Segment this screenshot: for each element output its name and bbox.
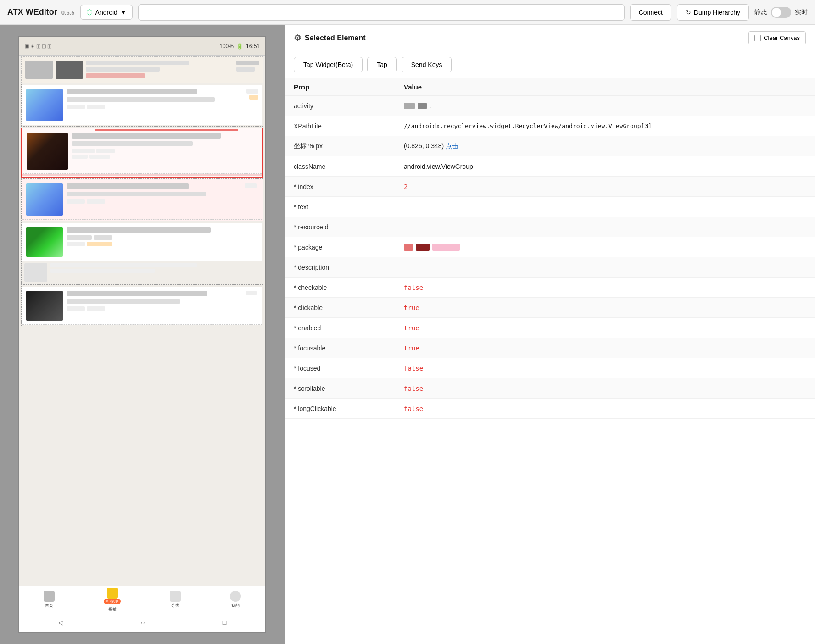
battery-percent: 100% xyxy=(219,43,234,50)
feed-tag-1a xyxy=(67,105,85,109)
prop-value-scrollable: false xyxy=(404,385,806,392)
feed-item-3[interactable] xyxy=(22,180,262,220)
mode-toggle-switch[interactable] xyxy=(771,7,791,18)
prop-row-coordinates: 坐标 % px (0.825, 0.348) 点击 xyxy=(285,136,815,156)
prop-value-longclickable: false xyxy=(404,405,806,412)
prop-row-index: * index 2 xyxy=(285,177,815,197)
device-selector[interactable]: ⬡ Android ▼ xyxy=(80,5,133,20)
prop-key-resourceid: * resourceId xyxy=(294,223,404,231)
back-button[interactable]: ◁ xyxy=(58,619,63,626)
top-thumb-2 xyxy=(56,61,83,79)
prop-row-package: * package xyxy=(285,237,815,257)
prop-row-xpathlite: XPathLite //androidx.recyclerview.widget… xyxy=(285,116,815,136)
static-label: 静态 xyxy=(754,8,767,17)
prop-row-checkable: * checkable false xyxy=(285,278,815,298)
prop-row-resourceid: * resourceId xyxy=(285,217,815,237)
more-icons: ◫ ◫ ◫ xyxy=(36,44,51,49)
f4-sub-a xyxy=(67,235,92,240)
prop-key-xpathlite: XPathLite xyxy=(294,122,404,130)
nav-label-mine: 我的 xyxy=(231,603,240,609)
chevron-down-icon: ▼ xyxy=(120,9,127,16)
f5-tag-a xyxy=(67,306,85,311)
feed-item-5[interactable] xyxy=(22,287,262,325)
feed3-sub xyxy=(67,192,206,196)
recents-button[interactable]: □ xyxy=(223,619,226,626)
f4e-bar-a xyxy=(50,263,197,267)
prop-value-coordinates: (0.825, 0.348) 点击 xyxy=(404,142,806,150)
prop-row-focused: * focused false xyxy=(285,358,815,378)
feed5-sub xyxy=(67,299,180,304)
device-screen[interactable]: ▣ ◈ ◫ ◫ ◫ 100% 🔋 16:51 xyxy=(18,36,266,633)
fukushi-icon xyxy=(107,588,118,599)
prop-value-checkable: false xyxy=(404,284,806,291)
nav-item-category[interactable]: 分类 xyxy=(170,591,181,609)
connect-button[interactable]: Connect xyxy=(630,4,671,21)
panel-title: ⚙ Selected Element xyxy=(294,33,366,43)
clear-canvas-button[interactable]: Clear Canvas xyxy=(748,31,806,44)
nav-item-mine[interactable]: 我的 xyxy=(230,591,241,609)
pkg-block-1 xyxy=(404,244,413,251)
prop-row-focusable: * focusable true xyxy=(285,338,815,358)
feed3-right xyxy=(245,183,258,188)
feed-item-1[interactable] xyxy=(22,85,262,125)
act-block-2 xyxy=(418,103,427,109)
f5-tag-b xyxy=(87,306,105,311)
pkg-block-3 xyxy=(432,244,460,251)
bar-b xyxy=(236,67,255,72)
selected-sub-1 xyxy=(72,141,193,146)
nav-label-category: 分类 xyxy=(171,603,179,609)
props-table: Prop Value activity , XPathLite //androi… xyxy=(285,78,815,644)
f5-right xyxy=(246,291,258,295)
col-value-header: Value xyxy=(404,83,806,91)
send-keys-button[interactable]: Send Keys xyxy=(402,57,452,72)
feed-tag-1b xyxy=(87,105,105,109)
nav-item-fukushi[interactable]: 可提现 福祉 xyxy=(104,588,121,612)
tap-widget-button[interactable]: Tap Widget(Beta) xyxy=(294,57,363,72)
prop-key-activity: activity xyxy=(294,102,404,110)
feed4-tags xyxy=(67,242,258,246)
prop-key-clickable: * clickable xyxy=(294,304,404,311)
feed-thumb-5 xyxy=(26,291,63,321)
feed-section-3 xyxy=(21,178,263,221)
feed-subtitle-1 xyxy=(67,97,215,102)
bar-a xyxy=(236,61,259,65)
feed-thumb-selected xyxy=(27,133,68,170)
pkg-block-2 xyxy=(416,244,430,251)
feed-item-selected[interactable] xyxy=(23,129,262,174)
tap-button[interactable]: Tap xyxy=(367,57,397,72)
dump-hierarchy-button[interactable]: ↻ Dump Hierarchy xyxy=(677,4,749,21)
address-input[interactable] xyxy=(138,4,625,21)
selected-title xyxy=(72,133,221,139)
red-top-bar xyxy=(95,129,238,131)
prop-value-enabled: true xyxy=(404,324,806,332)
feed4-title xyxy=(67,227,211,233)
wifi-icon: ◈ xyxy=(31,44,34,49)
nav-item-home[interactable]: 首页 xyxy=(44,591,55,609)
prop-value-package xyxy=(404,244,806,251)
prop-row-description: * description xyxy=(285,257,815,278)
prop-key-index: * index xyxy=(294,183,404,190)
prop-key-focusable: * focusable xyxy=(294,344,404,352)
prop-row-text: * text xyxy=(285,197,815,217)
placeholder-bar-2 xyxy=(86,67,160,72)
f4-tag-b xyxy=(87,242,112,246)
f3-right-a xyxy=(245,183,257,188)
prop-key-package: * package xyxy=(294,244,404,251)
refresh-icon: ↻ xyxy=(686,9,691,16)
prop-key-checkable: * checkable xyxy=(294,284,404,291)
mine-icon xyxy=(230,591,241,602)
act-comma: , xyxy=(430,103,431,109)
bottom-nav: 首页 可提现 福祉 分类 我的 xyxy=(19,586,265,613)
feed4-sub-content xyxy=(22,263,262,283)
feed-item-4[interactable] xyxy=(22,223,262,261)
status-bar: ▣ ◈ ◫ ◫ ◫ 100% 🔋 16:51 xyxy=(19,37,265,56)
f4-extra-meta xyxy=(50,263,260,282)
prop-value-activity: , xyxy=(404,103,806,109)
home-button[interactable]: ○ xyxy=(141,619,145,626)
prop-key-focused: * focused xyxy=(294,365,404,372)
f4-tag-a xyxy=(67,242,85,246)
coord-link[interactable]: 点击 xyxy=(446,142,458,150)
nav-fukushi-text: 福祉 xyxy=(108,606,117,612)
f3-tag-b xyxy=(87,199,105,204)
feed-section-selected[interactable] xyxy=(21,128,263,178)
